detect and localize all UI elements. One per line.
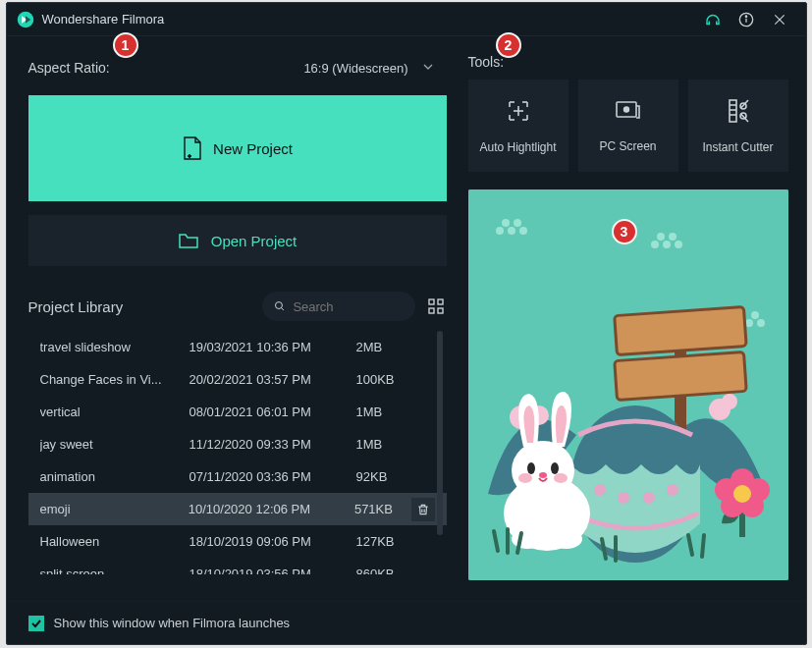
tool-label: Auto Hightlight (479, 140, 556, 154)
svg-point-83 (539, 472, 547, 478)
open-project-button[interactable]: Open Project (28, 215, 447, 266)
library-row[interactable]: vertical08/01/2021 06:01 PM1MB (28, 396, 447, 428)
svg-rect-13 (438, 308, 443, 313)
app-title: Wondershare Filmora (42, 12, 696, 27)
svg-point-50 (663, 241, 671, 248)
svg-point-48 (514, 219, 521, 227)
library-row[interactable]: Change Faces in Vi...20/02/2021 03:57 PM… (28, 363, 447, 396)
close-icon[interactable] (763, 3, 796, 36)
aspect-ratio-row: Aspect Ratio: 16:9 (Widescreen) (28, 54, 447, 81)
project-date: 18/10/2019 09:06 PM (189, 534, 356, 549)
svg-point-81 (518, 473, 532, 483)
project-name: Change Faces in Vi... (40, 372, 189, 387)
auto-highlight-icon (506, 98, 531, 127)
title-bar: Wondershare Filmora (7, 3, 806, 36)
tool-pc-screen[interactable]: PC Screen (578, 80, 678, 172)
svg-point-69 (667, 484, 678, 496)
library-row[interactable]: split screen18/10/2019 03:56 PM860KB (28, 558, 447, 574)
svg-line-9 (281, 307, 283, 309)
library-row[interactable]: jay sweet11/12/2020 09:33 PM1MB (28, 428, 447, 460)
open-project-label: Open Project (211, 233, 298, 249)
svg-point-67 (618, 492, 629, 504)
project-date: 11/12/2020 09:33 PM (189, 437, 356, 452)
tool-auto-highlight[interactable]: Auto Hightlight (468, 80, 568, 172)
svg-point-78 (512, 441, 574, 500)
library-header: Project Library (28, 292, 447, 321)
preview-illustration (468, 189, 788, 580)
svg-point-80 (551, 462, 559, 474)
tool-label: PC Screen (599, 139, 656, 153)
project-date: 18/10/2019 03:56 PM (189, 567, 356, 574)
library-row[interactable]: emoji10/10/2020 12:06 PM571KB (28, 493, 447, 525)
info-icon[interactable] (730, 3, 763, 36)
svg-point-66 (594, 484, 606, 496)
aspect-ratio-select[interactable]: 16:9 (Widescreen) (272, 54, 441, 81)
svg-point-82 (554, 473, 568, 483)
project-name: Halloween (40, 534, 189, 549)
project-name: vertical (40, 405, 189, 419)
project-size: 1MB (356, 437, 413, 452)
new-project-label: New Project (213, 140, 293, 157)
svg-rect-12 (429, 308, 434, 313)
svg-point-46 (519, 227, 527, 235)
svg-point-55 (757, 319, 765, 327)
project-size: 92KB (356, 469, 413, 484)
scrollbar[interactable] (437, 331, 443, 574)
project-size: 100KB (356, 372, 413, 387)
project-name: travel slideshow (40, 340, 189, 354)
svg-rect-63 (614, 306, 745, 354)
project-name: animation (40, 469, 189, 484)
show-on-launch-label: Show this window when Filmora launches (54, 616, 291, 630)
svg-point-3 (745, 16, 746, 17)
project-size: 860KB (356, 567, 413, 574)
library-row[interactable]: travel slideshow19/03/2021 10:36 PM2MB (28, 331, 447, 363)
svg-point-56 (751, 311, 759, 319)
svg-line-92 (702, 535, 704, 557)
svg-rect-64 (614, 351, 745, 400)
svg-point-85 (551, 529, 582, 549)
svg-point-47 (502, 219, 510, 227)
svg-point-44 (496, 227, 504, 235)
project-size: 127KB (356, 534, 413, 549)
app-logo-icon (17, 11, 34, 28)
svg-point-51 (675, 241, 682, 248)
project-size: 1MB (356, 405, 413, 419)
project-name: emoji (40, 502, 189, 516)
project-date: 10/10/2020 12:06 PM (189, 502, 354, 516)
svg-rect-10 (429, 299, 434, 304)
folder-icon (178, 232, 199, 249)
svg-point-84 (512, 529, 543, 549)
library-title: Project Library (28, 298, 124, 315)
instant-cutter-icon (727, 98, 750, 127)
support-icon[interactable] (696, 3, 730, 36)
project-date: 19/03/2021 10:36 PM (189, 340, 356, 354)
library-row[interactable]: Halloween18/10/2019 09:06 PM127KB (28, 525, 447, 558)
search-icon (274, 299, 286, 313)
new-project-button[interactable]: New Project (28, 95, 447, 201)
search-input[interactable] (262, 292, 415, 321)
project-preview[interactable] (468, 189, 788, 580)
pc-screen-icon (615, 99, 642, 126)
tools-label: Tools: (468, 54, 788, 70)
svg-rect-11 (438, 299, 443, 304)
tool-instant-cutter[interactable]: Instant Cutter (688, 80, 788, 172)
grid-view-button[interactable] (425, 296, 447, 317)
new-file-icon (182, 135, 203, 161)
tool-label: Instant Cutter (702, 140, 773, 154)
project-size: 2MB (356, 340, 413, 354)
svg-point-52 (657, 233, 665, 241)
scrollbar-thumb[interactable] (437, 331, 443, 535)
search-field[interactable] (293, 299, 403, 314)
svg-rect-35 (730, 100, 736, 122)
tools-row: Auto HightlightPC ScreenInstant Cutter (468, 80, 788, 172)
grid-icon (428, 298, 444, 314)
delete-button[interactable] (411, 498, 435, 521)
project-date: 20/02/2021 03:57 PM (189, 372, 356, 387)
svg-point-53 (669, 233, 677, 241)
project-size: 571KB (354, 502, 411, 516)
show-on-launch-checkbox[interactable] (28, 616, 44, 631)
svg-point-61 (722, 394, 737, 409)
library-row[interactable]: animation07/11/2020 03:36 PM92KB (28, 460, 447, 493)
aspect-ratio-value: 16:9 (Widescreen) (303, 61, 407, 76)
project-date: 07/11/2020 03:36 PM (189, 469, 356, 484)
